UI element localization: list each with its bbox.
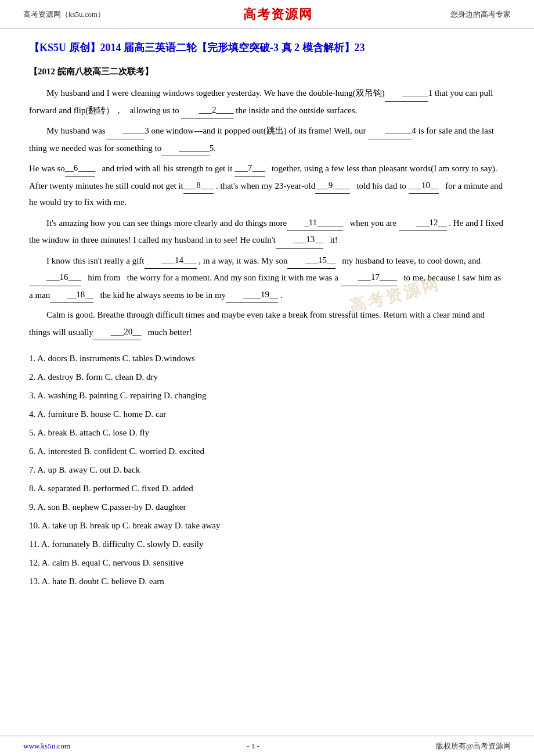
options-section: 1. A. doors B. instruments C. tables D.w… xyxy=(29,350,505,590)
option-12: 12. A. calm B. equal C. nervous D. sensi… xyxy=(29,554,505,571)
passage-p4: It's amazing how you can see things more… xyxy=(29,214,505,249)
header-right: 您身边的高考专家 xyxy=(450,9,511,20)
section-title: 【2012 皖南八校高三二次联考】 xyxy=(29,66,505,77)
option-1: 1. A. doors B. instruments C. tables D.w… xyxy=(29,350,505,367)
option-10: 10. A. take up B. break up C. break away… xyxy=(29,517,505,534)
main-content: 【KS5U 原创】2014 届高三英语二轮【完形填空突破-3 真 2 模含解析】… xyxy=(0,28,534,609)
option-8: 8. A. separated B. performed C. fixed D.… xyxy=(29,480,505,497)
option-5: 5. A. break B. attach C. lose D. fly xyxy=(29,424,505,441)
passage-p1: My husband and I were cleaning windows t… xyxy=(29,84,505,118)
option-9: 9. A. son B. nephew C.passer-by D. daugh… xyxy=(29,498,505,516)
passage-text: My husband and I were cleaning windows t… xyxy=(29,84,505,340)
passage-p6: Calm is good. Breathe through difficult … xyxy=(29,307,505,340)
footer-left: www.ks5u.com xyxy=(23,741,70,751)
header-center: 高考资源网 xyxy=(243,6,313,23)
option-2: 2. A. destroy B. form C. clean D. dry xyxy=(29,368,505,386)
page-header: 高考资源网（ks5u.com） 高考资源网 您身边的高考专家 xyxy=(0,0,534,28)
option-4: 4. A. furniture B. house C. home D. car xyxy=(29,405,505,423)
footer-right: 版权所有@高考资源网 xyxy=(436,741,511,751)
footer-center: - 1 - xyxy=(247,741,259,751)
page-footer: www.ks5u.com - 1 - 版权所有@高考资源网 xyxy=(0,736,534,756)
option-3: 3. A. washing B. painting C. repairing D… xyxy=(29,387,505,404)
option-6: 6. A. interested B. confident C. worried… xyxy=(29,442,505,460)
passage-p3: He was so__6____ and tried with all his … xyxy=(29,160,505,211)
header-left: 高考资源网（ks5u.com） xyxy=(23,9,105,20)
option-11: 11. A. fortunately B. difficulty C. slow… xyxy=(29,535,505,553)
passage-p5: I know this isn't really a gift___14___ … xyxy=(29,252,505,304)
passage-p2: My husband was_____3 one window---and it… xyxy=(29,122,505,156)
option-13: 13. A. hate B. doubt C. believe D. earn xyxy=(29,573,505,590)
doc-title: 【KS5U 原创】2014 届高三英语二轮【完形填空突破-3 真 2 模含解析】… xyxy=(29,40,505,56)
option-7: 7. A. up B. away C. out D. back xyxy=(29,461,505,478)
